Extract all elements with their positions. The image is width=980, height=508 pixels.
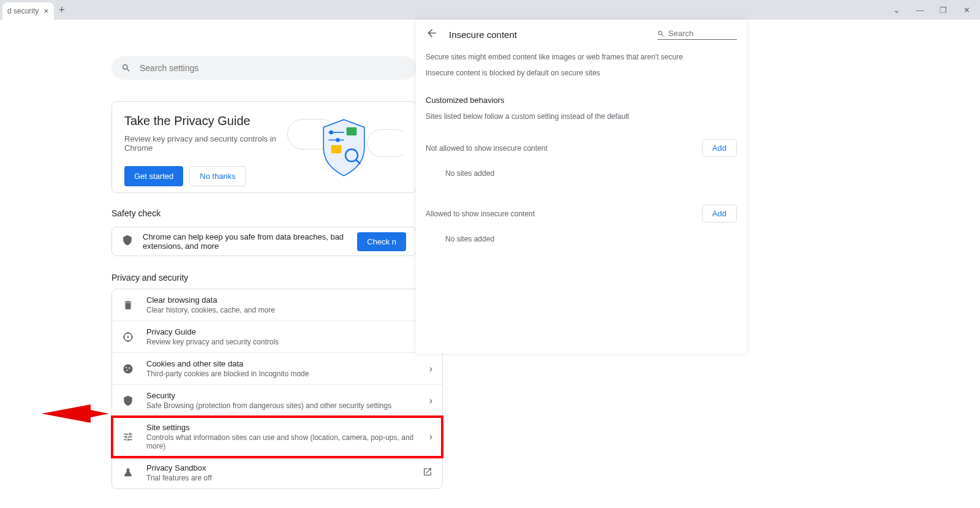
guide-illustration — [281, 114, 404, 180]
add-not-allowed-button[interactable]: Add — [702, 139, 737, 157]
item-sub: Third-party cookies are blocked in Incog… — [146, 370, 429, 378]
safety-check-card: Chrome can help keep you safe from data … — [111, 227, 417, 256]
privacy-guide-item[interactable]: Privacy Guide Review key privacy and sec… — [112, 321, 442, 353]
item-sub: Safe Browsing (protection from dangerous… — [146, 401, 429, 410]
customized-behaviors-header: Customized behaviors — [416, 81, 747, 108]
clear-browsing-data-item[interactable]: Clear browsing data Clear history, cooki… — [112, 289, 442, 321]
settings-search[interactable] — [111, 56, 417, 80]
tab-title: d security — [7, 7, 39, 15]
item-title: Site settings — [146, 423, 429, 432]
privacy-security-header: Privacy and security — [111, 273, 188, 282]
item-sub: Controls what information sites can use … — [146, 433, 429, 450]
minimize-icon[interactable]: — — [914, 4, 926, 16]
svg-point-16 — [129, 367, 130, 368]
svg-marker-18 — [42, 404, 109, 423]
search-input[interactable] — [140, 63, 407, 73]
no-thanks-button[interactable]: No thanks — [189, 166, 246, 186]
site-settings-item[interactable]: Site settings Controls what information … — [112, 417, 442, 457]
not-allowed-label: Not allowed to show insecure content — [426, 144, 548, 153]
target-icon — [122, 332, 134, 343]
search-icon — [121, 63, 131, 73]
chevron-right-icon: › — [429, 363, 432, 374]
cookies-item[interactable]: Cookies and other site data Third-party … — [112, 353, 442, 385]
close-window-icon[interactable]: ✕ — [960, 4, 973, 16]
panel-desc2: Insecure content is blocked by default o… — [416, 65, 747, 81]
safety-text: Chrome can help keep you safe from data … — [143, 232, 357, 251]
maximize-icon[interactable]: ❐ — [937, 4, 949, 16]
search-icon — [657, 29, 665, 38]
item-title: Privacy Sandbox — [146, 463, 423, 472]
tabs-dropdown-icon[interactable]: ⌄ — [893, 5, 900, 15]
svg-rect-0 — [347, 127, 357, 135]
cookie-icon — [122, 363, 134, 374]
window-controls: — ❐ ✕ — [914, 4, 980, 16]
item-title: Security — [146, 391, 429, 400]
guide-title: Take the Privacy Guide — [124, 114, 281, 128]
svg-point-15 — [126, 366, 127, 368]
check-now-button[interactable]: Check n — [357, 232, 406, 251]
security-item[interactable]: Security Safe Browsing (protection from … — [112, 385, 442, 417]
item-title: Privacy Guide — [146, 327, 432, 336]
item-sub: Clear history, cookies, cache, and more — [146, 306, 432, 314]
shield-icon — [122, 235, 133, 248]
panel-search-input[interactable] — [668, 29, 737, 38]
chevron-right-icon: › — [429, 395, 432, 406]
panel-desc1: Secure sites might embed content like im… — [416, 49, 747, 65]
panel-search[interactable] — [657, 29, 737, 40]
guide-subtitle: Review key privacy and security controls… — [124, 134, 281, 153]
annotation-arrow — [42, 401, 109, 426]
external-link-icon — [423, 467, 432, 479]
browser-tab-bar: d security × + ⌄ — ❐ ✕ — [0, 0, 980, 20]
trash-icon — [122, 300, 134, 311]
chevron-right-icon: › — [429, 431, 432, 442]
panel-title: Insecure content — [449, 29, 657, 40]
item-title: Clear browsing data — [146, 295, 432, 305]
new-tab-button[interactable]: + — [59, 4, 66, 17]
tab-close-icon[interactable]: × — [43, 6, 48, 16]
privacy-guide-card: Take the Privacy Guide Review key privac… — [111, 101, 417, 193]
get-started-button[interactable]: Get started — [124, 166, 183, 186]
privacy-sandbox-item[interactable]: Privacy Sandbox Trial features are off — [112, 457, 442, 488]
insecure-content-panel: Insecure content Secure sites might embe… — [416, 20, 747, 354]
svg-point-14 — [124, 364, 133, 373]
customized-behaviors-sub: Sites listed below follow a custom setti… — [416, 108, 747, 124]
privacy-list: Clear browsing data Clear history, cooki… — [111, 289, 443, 489]
svg-rect-1 — [331, 145, 342, 153]
no-sites-not-allowed: No sites added — [416, 162, 747, 185]
item-sub: Trial features are off — [146, 474, 423, 482]
settings-page: Take the Privacy Guide Review key privac… — [0, 20, 417, 508]
browser-tab[interactable]: d security × — [2, 2, 54, 20]
add-allowed-button[interactable]: Add — [702, 205, 737, 222]
no-sites-allowed: No sites added — [416, 227, 747, 251]
svg-point-9 — [127, 336, 129, 338]
safety-check-header: Safety check — [111, 208, 160, 218]
back-arrow-icon[interactable] — [426, 27, 438, 42]
item-title: Cookies and other site data — [146, 359, 429, 368]
allowed-label: Allowed to show insecure content — [426, 210, 535, 218]
tune-icon — [122, 431, 134, 442]
shield-icon — [122, 395, 134, 406]
item-sub: Review key privacy and security controls — [146, 338, 432, 346]
flask-icon — [122, 468, 134, 479]
svg-point-17 — [126, 370, 127, 371]
